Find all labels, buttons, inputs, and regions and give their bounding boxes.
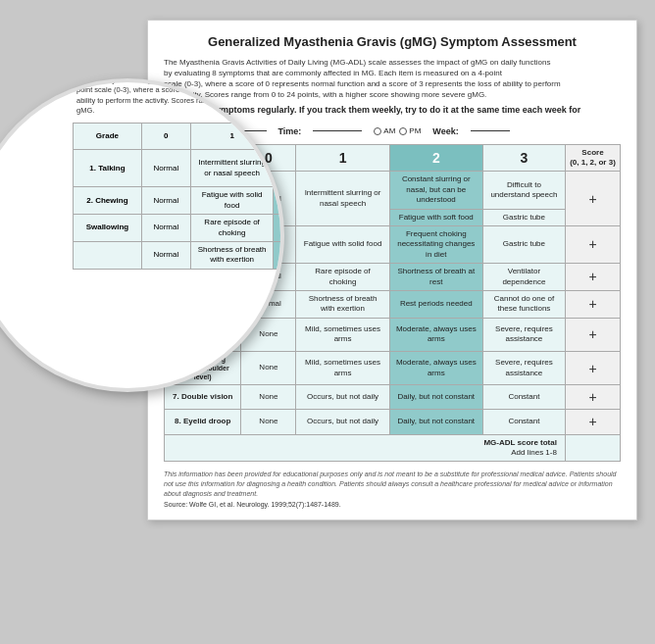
circle-header-0: 0	[141, 123, 190, 150]
chewing-grade2: Frequent choking necessitating changes i…	[389, 225, 482, 263]
table-row: 8. Eyelid droop None Occurs, but not dai…	[165, 410, 621, 434]
am-radio-dot	[374, 127, 381, 135]
vision-grade3: Severe, requires assistance	[482, 318, 565, 351]
header-score: Score(0, 1, 2, or 3)	[565, 144, 620, 172]
breathing-score-cell: +	[565, 290, 620, 318]
vision-grade1: Mild, sometimes uses arms	[296, 318, 389, 351]
chewing-score-cell: +	[565, 225, 620, 263]
circle-header-row: Grade 0 1 2 Score(0,1,2,3)	[74, 123, 285, 150]
double-vision-grade1: Occurs, but not daily	[296, 385, 389, 410]
header-col3: 3	[482, 144, 565, 172]
header-col1: 1	[296, 144, 389, 172]
week-input[interactable]	[471, 130, 510, 131]
breathing-grade1: Shortness of breath with exertion	[296, 290, 389, 318]
circle-breathing-1: Shortness of breath with exertion	[190, 242, 274, 270]
circle-swallowing-0: Normal	[141, 215, 190, 242]
swallowing-grade1: Rare episode of choking	[296, 264, 389, 291]
grade-eyelid: 8. Eyelid droop	[165, 410, 241, 434]
talking-grade2b: Fatigue with soft food	[389, 209, 482, 225]
double-vision-grade2: Daily, but not constant	[389, 385, 482, 410]
swallowing-grade3: Ventilator dependence	[482, 264, 565, 291]
swallowing-grade2: Shortness of breath at rest	[389, 264, 482, 291]
circle-table: Grade 0 1 2 Score(0,1,2,3) 1. Talking No…	[73, 123, 284, 270]
eyelid-plus: +	[588, 414, 596, 429]
circle-swallowing-label: Swallowing	[74, 215, 142, 242]
week-label: Week:	[432, 126, 458, 136]
talking-score-cell: +	[565, 172, 620, 226]
talking-grade3: Difficult to understand speech	[482, 172, 565, 209]
circle-chewing-1: Fatigue with solid food	[190, 187, 274, 215]
circle-header-grade: Grade	[74, 123, 142, 150]
double-vision-grade0: None	[241, 385, 296, 410]
circle-chewing-0: Normal	[141, 187, 190, 215]
eyelid-score-cell: +	[565, 410, 620, 434]
breathing-plus: +	[588, 296, 596, 312]
am-option[interactable]: AM	[374, 126, 395, 135]
eyelid-grade2: Daily, but not constant	[389, 410, 482, 434]
breathing-grade3: Cannot do one of these functions	[482, 290, 565, 318]
circle-table-row: 2. Chewing Normal Fatigue with solid foo…	[74, 187, 285, 215]
double-vision-plus: +	[588, 389, 596, 405]
swallowing-plus: +	[588, 269, 596, 284]
double-vision-grade3: Constant	[482, 385, 565, 410]
swallowing-score-cell: +	[565, 264, 620, 291]
circle-header-1: 1	[190, 123, 274, 150]
circle-swallowing-2: Frequen… breath… chan…	[274, 215, 284, 242]
breathing-grade2: Rest periods needed	[389, 290, 482, 318]
header-col2: 2	[389, 144, 482, 172]
eyelid-grade0: None	[241, 410, 296, 434]
chewing-grade1: Fatigue with solid food	[296, 225, 389, 263]
pm-radio-dot	[399, 127, 407, 135]
score-header-label: Score(0, 1, 2, or 3)	[570, 148, 616, 167]
circle-content: The Myasthenia Gravis Activities of Dail…	[73, 78, 284, 270]
talking-plus: +	[588, 191, 596, 207]
am-pm-radio: AM PM	[374, 126, 421, 135]
grade-double-vision: 7. Double vision	[165, 385, 241, 410]
eyelid-grade3: Constant	[482, 410, 565, 434]
circle-swallowing-1: Rare episode of choking	[190, 215, 274, 242]
circle-breathing-label	[74, 242, 142, 270]
vision-grade2: Moderate, always uses arms	[389, 318, 482, 351]
arm-grade2: Moderate, always uses arms	[389, 352, 482, 385]
document-title: Generalized Myasthenia Gravis (gMG) Symp…	[164, 34, 621, 51]
arm-plus: +	[588, 361, 596, 376]
double-vision-score-cell: +	[565, 385, 620, 410]
footer-text: This information has been provided for e…	[164, 470, 621, 498]
vision-score-cell: +	[565, 318, 620, 351]
talking-grade1: Intermittent slurring or nasal speech	[296, 172, 389, 226]
circle-talking-label: 1. Talking	[74, 150, 142, 187]
chewing-plus: +	[588, 236, 596, 252]
circle-chewing-label: 2. Chewing	[74, 187, 142, 215]
arm-grade1: Mild, sometimes uses arms	[296, 352, 389, 385]
score-total-label: MG-ADL score total Add lines 1-8	[165, 434, 566, 462]
score-total-row: MG-ADL score total Add lines 1-8	[165, 434, 621, 462]
talking-grade2a: Constant slurring or nasal, but can be u…	[389, 172, 482, 209]
chewing-grade3: Gastric tube	[482, 225, 565, 263]
table-row: 7. Double vision None Occurs, but not da…	[165, 385, 621, 410]
arm-score-cell: +	[565, 352, 620, 385]
page-container: Generalized Myasthenia Gravis (gMG) Symp…	[0, 0, 655, 644]
arm-grade3: Severe, requires assistance	[482, 352, 565, 385]
time-label: Time:	[278, 126, 302, 136]
circle-table-row: 1. Talking Normal Intermittent slurring …	[74, 150, 285, 187]
pm-option[interactable]: PM	[399, 126, 421, 135]
footer-source: Source: Wolfe GI, et al. Neurology. 1999…	[164, 501, 621, 508]
circle-table-row: Swallowing Normal Rare episode of chokin…	[74, 215, 285, 242]
circle-breathing-0: Normal	[141, 242, 190, 270]
time-input[interactable]	[313, 130, 362, 131]
score-total-value	[565, 434, 620, 462]
arm-grade0: None	[241, 352, 296, 385]
table-row: 6. Arm raising (above shoulder level) No…	[165, 352, 621, 385]
circle-intro: The Myasthenia Gravis Activities of Dail…	[73, 78, 284, 117]
circle-table-row: Normal Shortness of breath with exertion…	[74, 242, 285, 270]
circle-talking-1: Intermittent slurring or nasal speech	[190, 150, 274, 187]
circle-talking-0: Normal	[141, 150, 190, 187]
talking-grade3b: Gastric tube	[482, 209, 565, 225]
vision-plus: +	[588, 326, 596, 342]
eyelid-grade1: Occurs, but not daily	[296, 410, 389, 434]
